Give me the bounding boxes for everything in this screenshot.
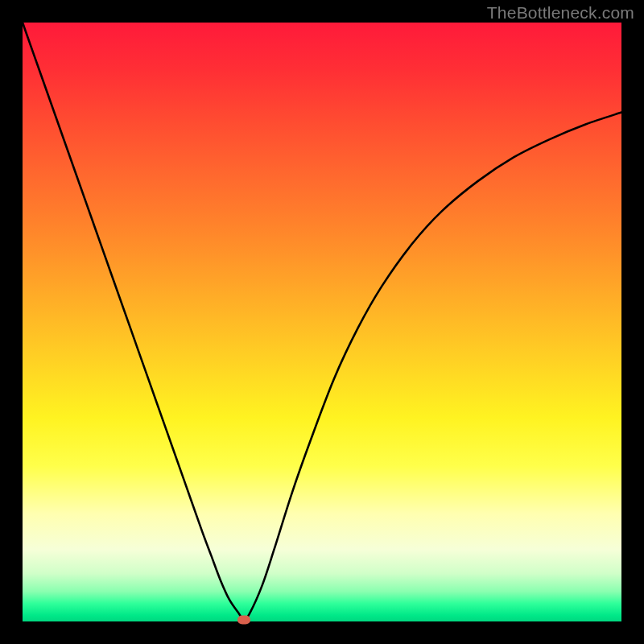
watermark-text: TheBottleneck.com: [487, 3, 634, 23]
minimum-marker: [237, 615, 250, 624]
chart-frame: TheBottleneck.com: [0, 0, 644, 644]
bottleneck-curve: [23, 23, 621, 621]
plot-area: [23, 23, 621, 621]
